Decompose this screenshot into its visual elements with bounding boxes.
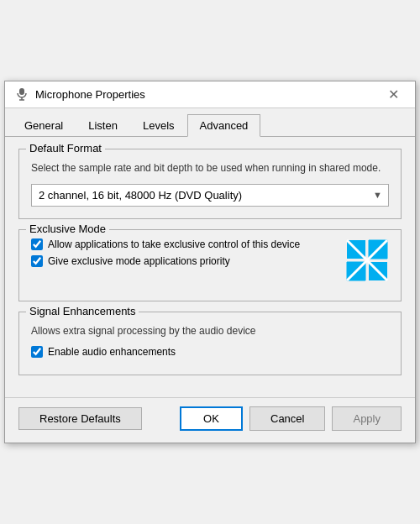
exclusive-mode-label: Exclusive Mode [26, 223, 109, 235]
signal-enhancements-desc: Allows extra signal processing by the au… [31, 324, 389, 338]
restore-defaults-button[interactable]: Restore Defaults [18, 407, 142, 430]
windows-logo-icon [345, 238, 389, 282]
default-format-label: Default Format [26, 142, 105, 155]
audio-enhancements-row: Enable audio enhancements [31, 346, 389, 358]
audio-enhancements-label: Enable audio enhancements [48, 346, 176, 358]
exclusive-control-row: Allow applications to take exclusive con… [31, 238, 345, 250]
default-format-desc: Select the sample rate and bit depth to … [31, 161, 389, 176]
dialog-action-buttons: OK Cancel Apply [180, 406, 402, 431]
signal-enhancements-group: Signal Enhancements Allows extra signal … [18, 312, 402, 376]
tabs-bar: General Listen Levels Advanced [5, 108, 415, 137]
cancel-button[interactable]: Cancel [249, 406, 325, 431]
sample-rate-dropdown[interactable]: 2 channel, 16 bit, 48000 Hz (DVD Quality… [31, 184, 389, 207]
exclusive-control-checkbox[interactable] [31, 238, 43, 250]
exclusive-control-label: Allow applications to take exclusive con… [48, 238, 300, 250]
exclusive-priority-checkbox[interactable] [31, 255, 43, 267]
title-bar: Microphone Properties ✕ [5, 81, 415, 108]
svg-rect-0 [19, 88, 24, 95]
microphone-icon [15, 87, 29, 101]
exclusive-mode-group: Exclusive Mode Allow applications to tak… [18, 229, 402, 301]
default-format-group: Default Format Select the sample rate an… [18, 149, 402, 219]
exclusive-priority-row: Give exclusive mode applications priorit… [31, 255, 345, 267]
content-area: Default Format Select the sample rate an… [5, 137, 415, 398]
dialog-window: Microphone Properties ✕ General Listen L… [4, 81, 416, 444]
exclusive-mode-checkboxes: Allow applications to take exclusive con… [31, 238, 345, 272]
window-title: Microphone Properties [35, 88, 145, 101]
title-bar-left: Microphone Properties [15, 87, 145, 101]
tab-levels[interactable]: Levels [130, 114, 187, 137]
exclusive-priority-label: Give exclusive mode applications priorit… [48, 255, 230, 267]
audio-enhancements-checkbox[interactable] [31, 346, 43, 358]
tab-general[interactable]: General [12, 114, 76, 137]
exclusive-mode-header: Allow applications to take exclusive con… [31, 238, 389, 282]
tab-listen[interactable]: Listen [76, 114, 130, 137]
tab-advanced[interactable]: Advanced [187, 114, 261, 137]
bottom-buttons-area: Restore Defaults OK Cancel Apply [5, 397, 415, 443]
close-button[interactable]: ✕ [381, 82, 405, 106]
sample-rate-dropdown-wrapper: 2 channel, 16 bit, 48000 Hz (DVD Quality… [31, 184, 389, 207]
apply-button[interactable]: Apply [332, 406, 402, 431]
signal-enhancements-label: Signal Enhancements [26, 305, 139, 317]
ok-button[interactable]: OK [180, 406, 243, 431]
